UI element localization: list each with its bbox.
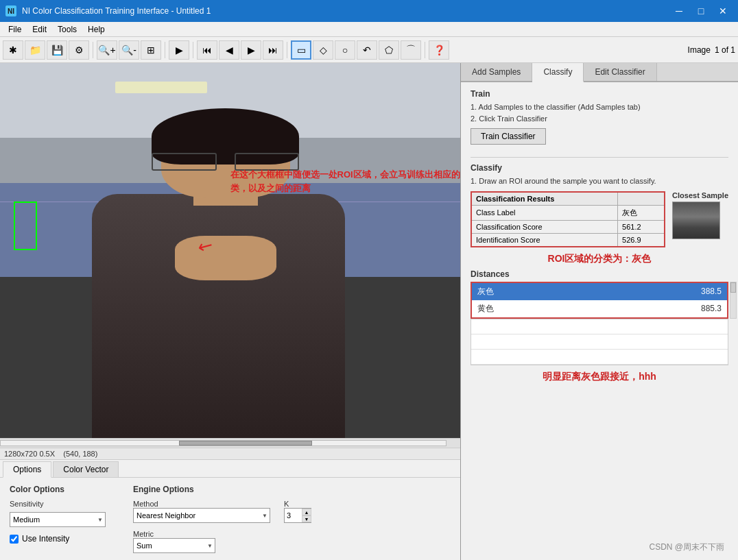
distances-container: 灰色 388.5 黄色 885.3 xyxy=(471,282,728,319)
horizontal-scrollbar[interactable] xyxy=(0,438,460,448)
distances-scroll-thumb[interactable] xyxy=(730,282,736,293)
person-glasses xyxy=(152,153,299,168)
app-title: NI Color Classification Training Interfa… xyxy=(22,6,211,16)
next-button[interactable]: ▶ xyxy=(241,40,261,60)
id-score-label-cell: Identification Score xyxy=(471,233,618,247)
ellipse-roi-button[interactable]: ○ xyxy=(335,40,355,60)
options-row: Color Options Sensitivity Low Medium Hig… xyxy=(10,485,451,553)
help-button[interactable]: ❓ xyxy=(429,40,449,60)
closest-sample-label: Closest Sample xyxy=(672,191,728,199)
menu-help[interactable]: Help xyxy=(82,23,110,36)
open-button[interactable]: 📁 xyxy=(25,40,45,60)
distances-row-gray[interactable]: 灰色 388.5 xyxy=(471,282,728,300)
distances-table: 灰色 388.5 黄色 885.3 xyxy=(471,282,728,319)
freehand-roi-button[interactable]: ↶ xyxy=(357,40,377,60)
separator-5 xyxy=(425,42,425,58)
person-hand xyxy=(175,236,276,281)
table-row: Class Label 灰色 xyxy=(471,205,665,220)
title-bar: NI NI Color Classification Training Inte… xyxy=(0,0,738,22)
distances-row-yellow[interactable]: 黄色 885.3 xyxy=(471,300,728,318)
use-intensity-row: Use Intensity xyxy=(10,534,106,544)
k-decrement[interactable]: ▼ xyxy=(302,515,311,522)
menu-tools[interactable]: Tools xyxy=(52,23,82,36)
image-coordinates: (540, 188) xyxy=(63,450,97,458)
tab-classify[interactable]: Classify xyxy=(532,63,584,82)
options-tab-content: Color Options Sensitivity Low Medium Hig… xyxy=(0,478,460,560)
config-button[interactable]: ⚙ xyxy=(69,40,89,60)
last-button[interactable]: ⏭ xyxy=(263,40,283,60)
results-value-header xyxy=(618,192,665,206)
bottom-tabs-area: Options Color Vector Color Options Sensi… xyxy=(0,459,460,560)
table-row: Classification Score 561.2 xyxy=(471,220,665,233)
distances-scrollbar[interactable] xyxy=(730,282,737,319)
class-label-cell: Class Label xyxy=(471,205,618,220)
rect-roi-button[interactable]: ▭ xyxy=(291,40,311,60)
image-dimensions: 1280x720 0.5X xyxy=(4,450,55,458)
sensitivity-label: Sensitivity xyxy=(10,500,106,508)
color-options-group: Color Options Sensitivity Low Medium Hig… xyxy=(10,485,106,544)
close-button[interactable]: ✕ xyxy=(713,4,733,18)
class-score-value-cell: 561.2 xyxy=(618,220,665,233)
results-table-container: Classification Results Class Label 灰色 Cl… xyxy=(471,191,665,247)
metric-select-wrapper: Sum Euclidean Manhattan xyxy=(133,538,215,553)
scrollbar-thumb[interactable] xyxy=(179,441,313,446)
metric-label: Metric xyxy=(133,530,311,538)
k-increment[interactable]: ▲ xyxy=(302,509,311,515)
engine-options-title: Engine Options xyxy=(133,485,311,494)
train-classifier-button[interactable]: Train Classifier xyxy=(471,128,546,145)
tab-add-samples[interactable]: Add Samples xyxy=(461,63,532,81)
tab-edit-classifier[interactable]: Edit Classifier xyxy=(584,63,656,81)
run-button[interactable]: ▶ xyxy=(169,40,189,60)
save-button[interactable]: 💾 xyxy=(47,40,67,60)
first-button[interactable]: ⏮ xyxy=(197,40,217,60)
person-body xyxy=(92,194,345,438)
closest-sample-area: Closest Sample xyxy=(672,191,728,247)
k-spinner-buttons: ▲ ▼ xyxy=(302,509,311,522)
polygon-roi-button[interactable]: ⬠ xyxy=(379,40,399,60)
method-select-wrapper: Nearest Neighbor K-Nearest Neighbor SVM xyxy=(133,508,270,523)
right-panel: Add Samples Classify Edit Classifier Tra… xyxy=(461,63,738,560)
id-score-value-cell: 526.9 xyxy=(618,233,665,247)
empty-row xyxy=(471,319,728,334)
engine-options-group: Engine Options Method Nearest Neighbor K… xyxy=(133,485,311,553)
menu-edit[interactable]: Edit xyxy=(27,23,52,36)
k-input[interactable] xyxy=(285,511,302,520)
image-viewport[interactable]: 在这个大框框中随便选一处ROI区域，会立马训练出相应的分 类，以及之间的距离 ↙ xyxy=(0,63,460,438)
classify-instruction: 1. Draw an ROI around the sample you wan… xyxy=(471,175,728,187)
gray-value: 388.5 xyxy=(591,282,728,300)
main-content: 在这个大框框中随便选一处ROI区域，会立马训练出相应的分 类，以及之间的距离 ↙… xyxy=(0,63,738,560)
results-area: Classification Results Class Label 灰色 Cl… xyxy=(471,191,728,247)
scene-light xyxy=(115,82,207,93)
use-intensity-checkbox[interactable] xyxy=(10,535,19,544)
window-controls: ─ □ ✕ xyxy=(669,4,733,18)
results-table: Classification Results Class Label 灰色 Cl… xyxy=(471,191,665,247)
yellow-value: 885.3 xyxy=(591,300,728,318)
zoom-in-button[interactable]: 🔍+ xyxy=(97,40,117,60)
prev-button[interactable]: ◀ xyxy=(219,40,239,60)
menu-file[interactable]: File xyxy=(3,23,27,36)
maximize-button[interactable]: □ xyxy=(691,4,711,18)
yellow-label: 黄色 xyxy=(471,300,591,318)
bezier-roi-button[interactable]: ⌒ xyxy=(401,40,421,60)
distances-label: Distances xyxy=(471,269,728,279)
separator-2 xyxy=(165,42,165,58)
image-status-bar: 1280x720 0.5X (540, 188) xyxy=(0,448,460,459)
title-bar-left: NI NI Color Classification Training Inte… xyxy=(5,5,211,16)
diamond-roi-button[interactable]: ◇ xyxy=(313,40,333,60)
k-spinner[interactable]: ▲ ▼ xyxy=(284,508,311,523)
photo-background: 在这个大框框中随便选一处ROI区域，会立马训练出相应的分 类，以及之间的距离 ↙ xyxy=(0,63,460,438)
method-select[interactable]: Nearest Neighbor K-Nearest Neighbor SVM xyxy=(133,508,270,523)
metric-select[interactable]: Sum Euclidean Manhattan xyxy=(133,538,215,553)
train-section-title: Train xyxy=(471,89,728,99)
sensitivity-select[interactable]: Low Medium High xyxy=(10,512,106,527)
tab-color-vector[interactable]: Color Vector xyxy=(53,461,119,477)
engine-row: Method Nearest Neighbor K-Nearest Neighb… xyxy=(133,500,311,523)
zoom-fit-button[interactable]: ⊞ xyxy=(141,40,161,60)
train-instructions: 1. Add Samples to the classifier (Add Sa… xyxy=(471,101,728,124)
minimize-button[interactable]: ─ xyxy=(669,4,689,18)
tab-options[interactable]: Options xyxy=(3,461,51,478)
right-tab-bar: Add Samples Classify Edit Classifier xyxy=(461,63,738,82)
k-label: K xyxy=(284,500,311,508)
zoom-out-button[interactable]: 🔍- xyxy=(119,40,139,60)
new-button[interactable]: ✱ xyxy=(3,40,23,60)
